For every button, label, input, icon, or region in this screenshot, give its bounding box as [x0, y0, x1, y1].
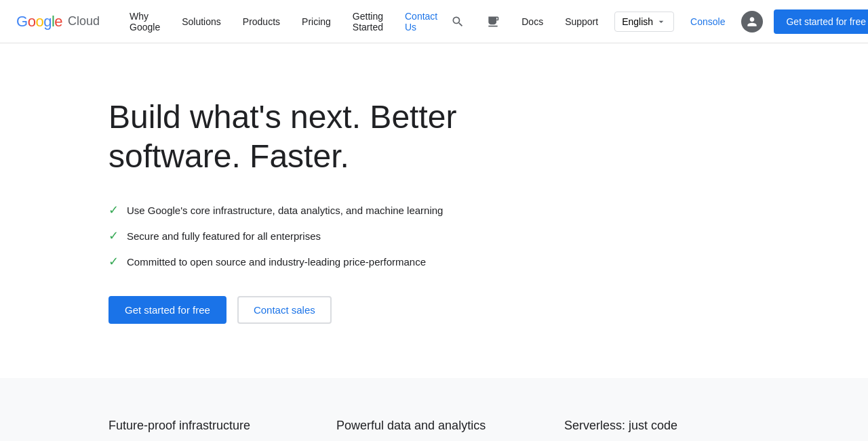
nav-link-products[interactable]: Products [235, 11, 288, 33]
hero-cta-secondary[interactable]: Contact sales [237, 296, 332, 324]
logo-google-text: Google [16, 13, 62, 30]
notification-button[interactable] [481, 9, 505, 34]
check-icon-3: ✓ [108, 254, 119, 269]
search-icon [451, 15, 465, 28]
feature-item-1: ✓ Use Google's core infrastructure, data… [108, 203, 868, 217]
docs-link[interactable]: Docs [516, 14, 549, 30]
nav-links: Why Google Solutions Products Pricing Ge… [121, 5, 446, 38]
support-link[interactable]: Support [559, 14, 604, 30]
feature-card-1: Future-proof infrastructure Securely del… [108, 419, 304, 441]
features-section: Future-proof infrastructure Securely del… [0, 378, 868, 441]
feature-card-2-title: Powerful data and analytics [336, 419, 532, 433]
feature-card-3: Serverless: just code Grow from prototyp… [564, 419, 760, 441]
language-label: English [622, 16, 653, 27]
check-icon-2: ✓ [108, 228, 119, 243]
user-avatar[interactable] [741, 11, 763, 33]
monitor-icon [486, 15, 500, 28]
logo[interactable]: Google Cloud [16, 13, 100, 30]
hero-section: Build what's next. Better software. Fast… [0, 43, 868, 378]
user-icon [745, 15, 759, 28]
feature-card-2: Powerful data and analytics Easily captu… [336, 419, 532, 441]
feature-card-3-title: Serverless: just code [564, 419, 760, 433]
language-selector[interactable]: English [614, 12, 674, 32]
nav-link-pricing[interactable]: Pricing [294, 11, 339, 33]
nav-right: Docs Support English Console Get started… [446, 9, 868, 34]
hero-cta-primary[interactable]: Get started for free [108, 296, 226, 324]
chevron-down-icon [656, 16, 667, 27]
hero-title: Build what's next. Better software. Fast… [108, 98, 515, 175]
nav-link-solutions[interactable]: Solutions [174, 11, 229, 33]
search-button[interactable] [446, 9, 470, 34]
nav-link-contact-us[interactable]: Contact Us [397, 5, 446, 38]
feature-text-1: Use Google's core infrastructure, data a… [127, 205, 443, 216]
check-icon-1: ✓ [108, 203, 119, 217]
console-link[interactable]: Console [685, 14, 730, 30]
feature-text-2: Secure and fully featured for all enterp… [127, 230, 321, 242]
feature-item-2: ✓ Secure and fully featured for all ente… [108, 228, 868, 243]
nav-link-getting-started[interactable]: Getting Started [344, 5, 391, 38]
hero-features-list: ✓ Use Google's core infrastructure, data… [108, 203, 868, 269]
feature-item-3: ✓ Committed to open source and industry-… [108, 254, 868, 269]
feature-text-3: Committed to open source and industry-le… [127, 256, 426, 268]
nav-cta-button[interactable]: Get started for free [774, 9, 868, 34]
features-grid: Future-proof infrastructure Securely del… [108, 419, 760, 441]
hero-buttons: Get started for free Contact sales [108, 296, 868, 324]
nav-link-why-google[interactable]: Why Google [121, 5, 168, 38]
logo-cloud-text: Cloud [68, 14, 100, 28]
feature-card-1-title: Future-proof infrastructure [108, 419, 304, 433]
navbar: Google Cloud Why Google Solutions Produc… [0, 0, 868, 43]
